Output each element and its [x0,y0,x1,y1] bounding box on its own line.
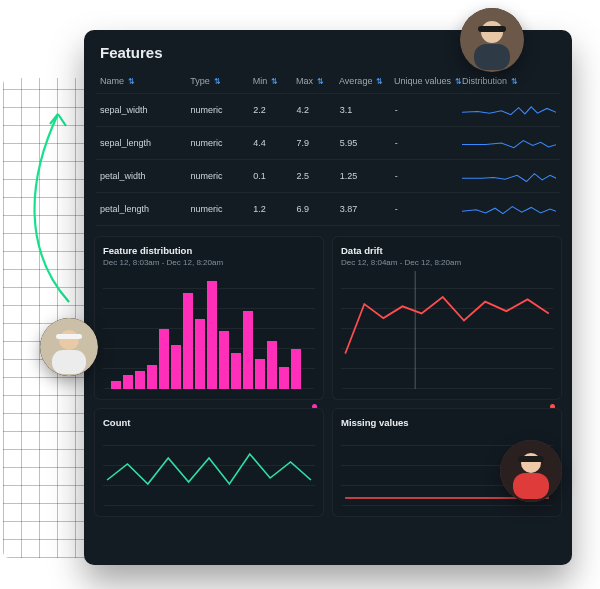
histogram-bar [183,293,193,389]
sort-icon[interactable]: ⇅ [317,77,324,86]
col-min[interactable]: Min⇅ [253,76,296,86]
histogram-bar [171,345,181,389]
svg-rect-11 [513,473,549,499]
table-cell: - [395,171,462,181]
table-cell: sepal_width [100,105,190,115]
histogram-bar [111,381,121,389]
col-avg[interactable]: Average⇅ [339,76,394,86]
col-max[interactable]: Max⇅ [296,76,339,86]
histogram-plot [103,271,315,389]
col-type[interactable]: Type⇅ [190,76,253,86]
table-cell: 5.95 [340,138,395,148]
histogram-bar [123,375,133,389]
sort-icon[interactable]: ⇅ [271,77,278,86]
svg-point-6 [59,330,79,350]
card-subtitle: Dec 12, 8:03am - Dec 12, 8:20am [103,258,315,267]
avatar [500,440,562,502]
table-cell: 0.1 [253,171,296,181]
table-cell: 7.9 [297,138,340,148]
card-title: Count [103,417,315,428]
table-cell: petal_length [100,204,190,214]
card-data-drift: Data drift Dec 12, 8:04am - Dec 12, 8:20… [332,236,562,400]
histogram-bar [207,281,217,389]
histogram-bar [147,365,157,389]
avatar [40,318,98,376]
table-row[interactable]: sepal_lengthnumeric4.47.95.95- [96,127,560,160]
histogram-bar [195,319,205,389]
table-cell: sepal_length [100,138,190,148]
histogram-bar [291,349,301,389]
histogram-bar [255,359,265,389]
table-cell: petal_width [100,171,190,181]
histogram-bar [219,331,229,389]
table-cell: numeric [190,204,253,214]
sort-icon[interactable]: ⇅ [511,77,518,86]
histogram-bar [279,367,289,389]
table-cell: numeric [190,171,253,181]
sparkline [462,134,556,152]
table-cell: numeric [190,105,253,115]
table-cell: 2.2 [253,105,296,115]
svg-rect-8 [56,334,82,339]
histogram-bar [135,371,145,389]
table-cell: 1.2 [253,204,296,214]
card-subtitle: Dec 12, 8:04am - Dec 12, 8:20am [341,258,553,267]
sparkline [462,167,556,185]
table-row[interactable]: sepal_widthnumeric2.24.23.1- [96,94,560,127]
sort-icon[interactable]: ⇅ [376,77,383,86]
cards-grid: Feature distribution Dec 12, 8:03am - De… [84,236,572,529]
col-dist[interactable]: Distribution⇅ [462,76,556,86]
histogram-bar [243,311,253,389]
features-table: Name⇅ Type⇅ Min⇅ Max⇅ Average⇅ Unique va… [96,69,560,226]
histogram-bar [231,353,241,389]
col-unique[interactable]: Unique values⇅ [394,76,462,86]
card-title: Missing values [341,417,553,428]
svg-rect-7 [52,350,86,374]
sort-icon[interactable]: ⇅ [214,77,221,86]
drift-plot [341,271,553,389]
table-cell: 4.4 [253,138,296,148]
histogram-bar [267,341,277,389]
card-feature-distribution: Feature distribution Dec 12, 8:03am - De… [94,236,324,400]
table-cell: - [395,105,462,115]
table-cell: 4.2 [297,105,340,115]
sparkline [462,101,556,119]
table-cell: - [395,204,462,214]
histogram-bar [159,329,169,389]
sort-icon[interactable]: ⇅ [128,77,135,86]
table-cell: numeric [190,138,253,148]
card-title: Feature distribution [103,245,315,256]
table-row[interactable]: petal_widthnumeric0.12.51.25- [96,160,560,193]
card-title: Data drift [341,245,553,256]
table-header-row: Name⇅ Type⇅ Min⇅ Max⇅ Average⇅ Unique va… [96,69,560,94]
table-row[interactable]: petal_lengthnumeric1.26.93.87- [96,193,560,226]
table-cell: 3.1 [340,105,395,115]
table-cell: - [395,138,462,148]
svg-rect-3 [474,44,510,70]
table-cell: 2.5 [297,171,340,181]
table-cell: 6.9 [297,204,340,214]
svg-rect-12 [518,456,544,462]
table-cell: 3.87 [340,204,395,214]
svg-rect-4 [478,26,506,32]
sort-icon[interactable]: ⇅ [455,77,462,86]
features-panel: Features Name⇅ Type⇅ Min⇅ Max⇅ Average⇅ … [84,30,572,565]
table-cell: 1.25 [340,171,395,181]
sparkline [462,200,556,218]
avatar [460,8,524,72]
col-name[interactable]: Name⇅ [100,76,190,86]
count-plot [103,428,315,506]
card-count: Count [94,408,324,517]
